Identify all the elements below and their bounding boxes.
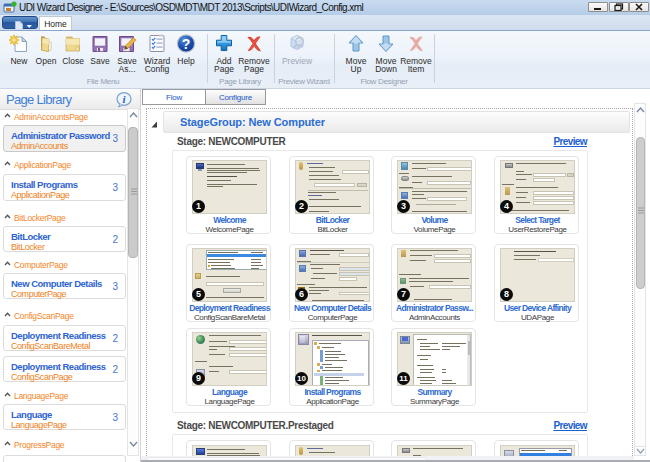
svg-text:?: ?	[182, 36, 191, 52]
